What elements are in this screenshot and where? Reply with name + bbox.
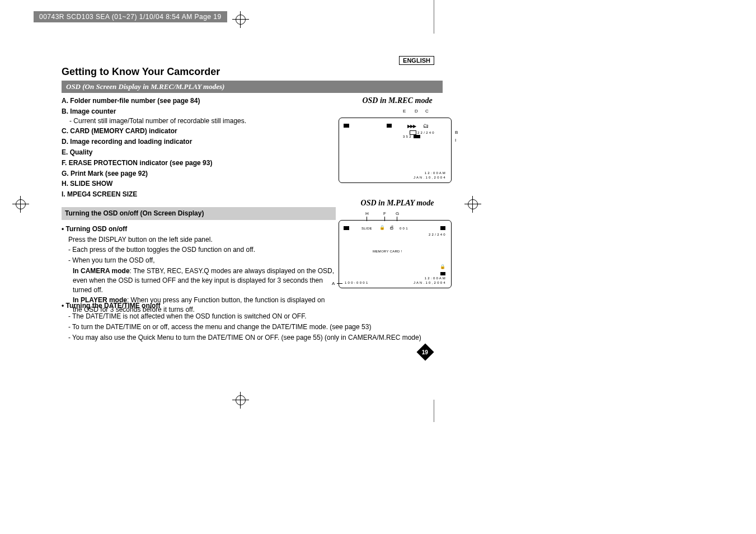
printmark-icon: 🖨 [389, 225, 394, 230]
section-subtitle: OSD (On Screen Display in M.REC/M.PLAY m… [62, 81, 443, 93]
osd1-date: J A N . 1 0 , 2 0 0 4 [414, 176, 445, 179]
osd-feature-list: A. Folder number-file number (see page 8… [62, 95, 336, 315]
item-b: B. Image counter [62, 107, 336, 116]
osd-mrec-container: OSD in M.REC mode E D C ▶▶▶ 🗂 2 2 / 2 4 … [339, 96, 456, 183]
osd2-letter-row: H F G [339, 208, 456, 217]
osd-para3: - When you turn the OSD off, [68, 256, 336, 265]
osd-mplay-container: OSD in M.PLAY mode H F G SLIDE 🔒 🖨 0 0 1… [339, 199, 456, 288]
osd-camera-mode: In CAMERA mode: The STBY, REC, EASY.Q mo… [73, 266, 336, 294]
item-i: I. MPEG4 SCREEN SIZE [62, 190, 336, 199]
osd-mrec-label: OSD in M.REC mode [339, 96, 456, 105]
item-h: H. SLIDE SHOW [62, 179, 336, 189]
lock-icon: 🔒 [379, 225, 385, 230]
page-number-badge: 19 [416, 343, 434, 360]
label-h: H [365, 211, 369, 216]
card-icon: 🗂 [423, 123, 429, 129]
datetime-l1: - The DATE/TIME is not affected when the… [68, 312, 453, 321]
camera-mode-label: In CAMERA mode [73, 267, 130, 275]
turning-osd-heading: Turning the OSD on/off (On Screen Displa… [62, 207, 336, 220]
label-a: A [332, 281, 335, 286]
battery-icon [344, 226, 349, 230]
osd2-num: 0 0 1 [400, 227, 408, 230]
osd1-time: 1 2 : 0 0 A M [425, 171, 445, 175]
osd1-size: 3 5 2 [403, 135, 420, 138]
item-g: G. Print Mark (see page 92) [62, 169, 336, 179]
label-i: I [455, 138, 456, 143]
datetime-l2: - To turn the DATE/TIME on or off, acces… [68, 322, 453, 332]
camera-icon [387, 124, 392, 128]
label-c: C [425, 109, 429, 114]
osd2-time: 1 2 : 0 0 A M [425, 277, 445, 280]
page-number: 19 [422, 349, 428, 355]
item-e: E. Quality [62, 148, 336, 157]
language-label: ENGLISH [399, 56, 434, 65]
osd2-folder: 1 0 0 - 0 0 0 1 [345, 281, 368, 284]
item-c: C. CARD (MEMORY CARD) indicator [62, 127, 336, 136]
osd-para2: - Each press of the button toggles the O… [68, 245, 336, 255]
label-e: E [403, 109, 406, 114]
item-a: A. Folder number-file number (see page 8… [62, 96, 336, 106]
osd2-counter: 2 2 / 2 4 0 [429, 233, 445, 236]
turning-osd-onoff-head: • Turning OSD on/off [62, 224, 336, 234]
label-d: D [415, 109, 418, 114]
protect-icon: 🔒 [440, 264, 445, 269]
osd2-date: J A N . 1 0 , 2 0 0 4 [414, 281, 445, 284]
item-f: F. ERASE PROTECTION indicator (see page … [62, 158, 336, 168]
turning-datetime-head: • Turning the DATE/TIME on/off [62, 301, 453, 311]
date-time-section: • Turning the DATE/TIME on/off - The DAT… [62, 297, 453, 343]
osd1-counter: 2 2 / 2 4 0 [410, 130, 434, 135]
crop-mark-icon [434, 400, 434, 422]
osd2-slide: SLIDE [361, 227, 372, 230]
battery-icon [344, 124, 349, 128]
label-g: G [396, 211, 399, 216]
mode-icon [440, 272, 445, 275]
osd-mplay-screen: SLIDE 🔒 🖨 0 0 1 2 2 / 2 4 0 MEMORY CARD … [339, 220, 452, 288]
crop-mark-icon [434, 0, 434, 34]
label-b: B [455, 130, 458, 135]
osd-mrec-screen: ▶▶▶ 🗂 2 2 / 2 4 0 3 5 2 1 2 : 0 0 A M J … [339, 118, 452, 183]
item-d: D. Image recording and loading indicator [62, 137, 336, 147]
label-f: F [383, 211, 386, 216]
doc-header-strip: 00743R SCD103 SEA (01~27) 1/10/04 8:54 A… [34, 11, 227, 22]
osd-mplay-label: OSD in M.PLAY mode [339, 199, 456, 208]
osd-para1: Press the DISPLAY button on the left sid… [68, 235, 336, 245]
osd1-letter-row: E D C [339, 105, 456, 114]
item-b-sub: - Current still image/Total number of re… [69, 116, 336, 126]
page-title: Getting to Know Your Camcorder [62, 66, 220, 78]
datetime-l3: - You may also use the Quick Menu to tur… [68, 333, 453, 343]
arrows-icon: ▶▶▶ [407, 124, 416, 129]
card-icon [440, 226, 445, 230]
osd2-memcard: MEMORY CARD ! [373, 250, 402, 253]
